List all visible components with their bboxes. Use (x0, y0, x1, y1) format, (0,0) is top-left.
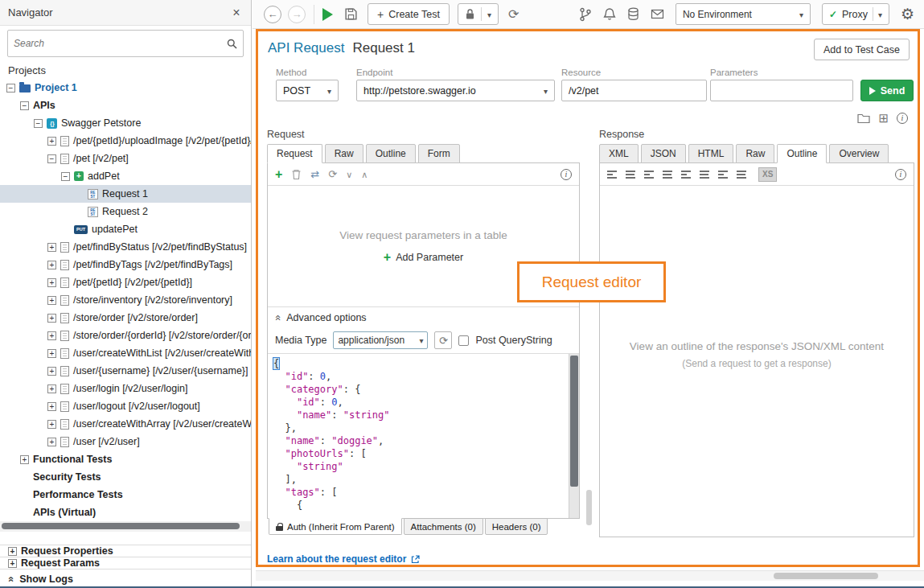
tree-expander-icon[interactable]: + (47, 402, 56, 411)
tree-expander-icon[interactable]: + (47, 331, 56, 340)
info-icon[interactable] (561, 169, 572, 180)
tree-node[interactable]: Security Tests (0, 468, 251, 486)
tree-node[interactable]: + /pet/findByTags [/v2/pet/findByTags] (0, 256, 251, 273)
collapse-branch-icon[interactable] (737, 171, 746, 179)
tree-node[interactable]: updatePet (0, 220, 251, 238)
tree-expander-icon[interactable] (20, 491, 29, 500)
window-horizontal-scrollbar[interactable] (256, 570, 924, 581)
tree-expander-icon[interactable]: + (47, 367, 56, 376)
tree-expander-icon[interactable]: − (6, 84, 15, 93)
tree-node[interactable]: + /user/createWithList [/v2/user/createW… (0, 344, 251, 362)
request-bottom-tab[interactable]: Auth (Inherit From Parent) (269, 518, 402, 535)
collapse-node-icon[interactable] (700, 171, 709, 179)
response-tab[interactable]: HTML (688, 144, 734, 163)
tree-expander-icon[interactable]: + (47, 420, 56, 429)
response-tab[interactable]: Raw (736, 144, 774, 163)
tree-node[interactable]: + /pet/findByStatus [/v2/pet/findByStatu… (0, 238, 251, 256)
refresh-parameters-icon[interactable] (328, 169, 337, 179)
send-button[interactable]: Send (860, 80, 914, 101)
tree-node[interactable]: + /user/login [/v2/user/login] (0, 380, 251, 397)
post-querystring-checkbox[interactable] (458, 335, 469, 346)
collapse-all-icon[interactable] (626, 171, 635, 179)
navigator-section[interactable]: + Request Params (0, 557, 251, 569)
close-icon[interactable] (230, 6, 243, 19)
search-box[interactable] (7, 30, 244, 57)
git-branch-icon[interactable] (579, 7, 592, 22)
tree-node[interactable]: APIs (Virtual) (0, 504, 251, 521)
show-logs-bar[interactable]: Show Logs (0, 569, 251, 588)
proxy-button[interactable]: Proxy (822, 3, 889, 25)
tree-node[interactable]: + /user/{username} [/v2/user/{username}] (0, 362, 251, 380)
learn-about-request-editor-link[interactable]: Learn about the request editor (267, 553, 420, 565)
tree-node[interactable]: − APIs (0, 97, 251, 114)
run-icon[interactable] (322, 8, 333, 21)
add-parameter-link[interactable]: Add Parameter (384, 251, 463, 264)
back-button[interactable] (264, 6, 281, 23)
tree-expander-icon[interactable]: + (47, 296, 56, 305)
tree-expander-icon[interactable] (20, 508, 29, 517)
info-icon[interactable] (895, 169, 906, 180)
tree-node[interactable]: Performance Tests (0, 486, 251, 504)
tree-node[interactable]: − Project 1 (0, 79, 251, 97)
environment-select[interactable]: No Environment (676, 3, 811, 25)
collapse-level-icon[interactable] (663, 171, 672, 179)
tree-expander-icon[interactable]: − (34, 119, 43, 128)
request-bottom-tab[interactable]: Headers (0) (485, 518, 548, 535)
expand-level-icon[interactable] (644, 171, 654, 179)
tree-expander-icon[interactable]: + (47, 438, 56, 446)
tree-expander-icon[interactable]: − (47, 154, 56, 163)
request-tab[interactable]: Form (418, 144, 460, 163)
tree-node[interactable]: + /pet/{petId}/uploadImage [/v2/pet/{pet… (0, 132, 251, 150)
folder-icon[interactable] (857, 113, 870, 123)
refresh-icon[interactable] (508, 6, 519, 22)
settings-gear-icon[interactable] (901, 6, 914, 22)
section-expander-icon[interactable]: + (8, 559, 17, 568)
tree-expander-icon[interactable]: + (47, 137, 56, 146)
response-tab[interactable]: JSON (641, 144, 686, 163)
tree-node[interactable]: + /user [/v2/user] (0, 433, 251, 450)
scrollbar-thumb[interactable] (2, 523, 240, 529)
transfer-icon[interactable] (310, 169, 319, 179)
response-tab[interactable]: XML (599, 144, 639, 163)
move-down-icon[interactable] (346, 169, 352, 179)
tree-expander-icon[interactable]: + (47, 314, 56, 323)
tree-node[interactable]: Request 2 (0, 203, 251, 220)
response-tab[interactable]: Overview (829, 144, 889, 163)
tree-node[interactable]: + /user/logout [/v2/user/logout] (0, 397, 251, 415)
tree-expander-icon[interactable] (75, 190, 84, 199)
tree-node[interactable]: + /store/inventory [/v2/store/inventory] (0, 291, 251, 309)
chevron-down-icon[interactable] (878, 9, 882, 20)
chevron-down-icon[interactable] (487, 9, 491, 20)
notifications-bell-icon[interactable] (603, 7, 616, 21)
move-up-icon[interactable] (361, 169, 368, 179)
expand-node-icon[interactable] (681, 171, 691, 179)
tree-expander-icon[interactable] (61, 225, 70, 234)
endpoint-select[interactable]: http://petstore.swagger.io (356, 80, 555, 101)
tree-expander-icon[interactable]: + (20, 455, 29, 464)
tree-horizontal-scrollbar[interactable] (0, 521, 251, 532)
section-expander-icon[interactable]: + (8, 547, 17, 556)
tree-node[interactable]: + Functional Tests (0, 450, 251, 468)
tree-expander-icon[interactable] (75, 208, 84, 216)
forward-button[interactable] (288, 6, 306, 23)
create-test-button[interactable]: Create Test (368, 3, 450, 25)
advanced-options-row[interactable]: Advanced options (268, 306, 579, 327)
tree-expander-icon[interactable]: + (47, 384, 56, 393)
scrollbar-thumb[interactable] (774, 573, 878, 579)
tree-expander-icon[interactable]: + (47, 243, 56, 252)
panel-splitter[interactable] (584, 149, 595, 535)
tree-expander-icon[interactable]: − (61, 172, 70, 181)
tree-node[interactable]: − Swagger Petstore (0, 114, 251, 132)
tree-node[interactable]: Request 1 (0, 185, 251, 203)
add-to-test-case-button[interactable]: Add to Test Case (814, 39, 910, 60)
request-body-editor[interactable]: { "id": 0, "category": { "id": 0, "name"… (268, 353, 579, 518)
regenerate-body-button[interactable] (434, 331, 452, 349)
scrollbar-thumb[interactable] (570, 356, 578, 487)
save-icon[interactable] (344, 7, 358, 21)
request-bottom-tab[interactable]: Attachments (0) (404, 518, 483, 535)
tree-node[interactable]: + /user/createWithArray [/v2/user/create… (0, 415, 251, 433)
request-tab[interactable]: Raw (325, 144, 363, 163)
tree-expander-icon[interactable]: − (20, 101, 29, 110)
add-parameter-icon[interactable] (275, 168, 282, 181)
method-select[interactable]: POST (276, 80, 339, 101)
